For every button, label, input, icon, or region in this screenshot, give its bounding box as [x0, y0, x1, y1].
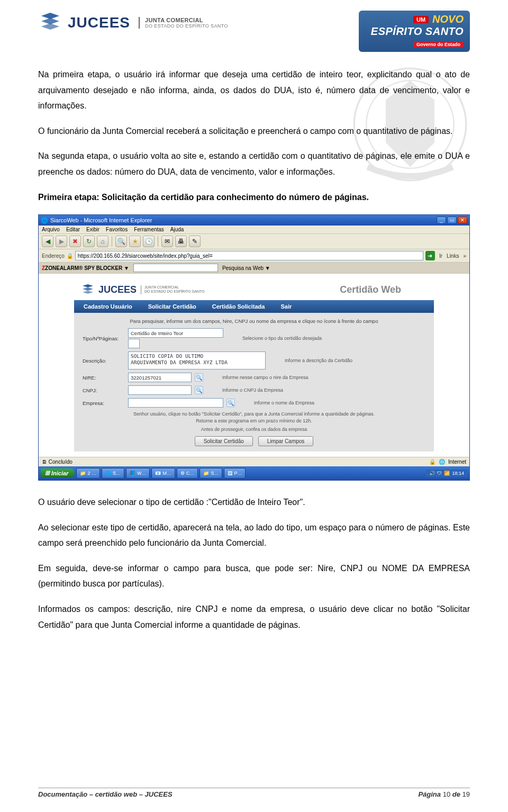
links-label[interactable]: Links [447, 253, 459, 259]
app-banner: JUCEES JUNTA COMERCIAL DO ESTADO DO ESPÍ… [74, 279, 434, 300]
row-descricao: Descrição: SOLICITO COPIA DO ULTIMO ARQU… [83, 351, 425, 369]
window-title: SiarcoWeb - Microsoft Internet Explorer [50, 217, 152, 223]
help-descricao: Informe a descrição da Certidão [285, 358, 352, 363]
task-item[interactable]: 🌐S… [102, 468, 124, 479]
jucees-mini-icon [80, 282, 95, 297]
button-solicitar-certidao[interactable]: Solicitar Certidão [195, 436, 253, 446]
label-nire: NIRE: [83, 375, 125, 381]
document-body-continued: O usuário deve selecionar o tipo de cert… [38, 494, 470, 633]
form-hint: Para pesquisar, informe um dos campos, N… [83, 318, 425, 324]
paragraph-2: O funcionário da Junta Comercial receber… [38, 123, 470, 139]
footer-page-number: Página 10 de 19 [418, 790, 470, 798]
address-bar: Endereço 🔒 https://200.165.60.29/siarcow… [39, 249, 469, 263]
menu-favoritos[interactable]: Favoritos [106, 227, 128, 232]
textarea-descricao[interactable]: SOLICITO COPIA DO ULTIMO ARQUIVAMENTO DA… [128, 351, 266, 369]
zonealarm-search-input[interactable] [133, 264, 218, 272]
task-item[interactable]: 📁2 … [76, 468, 100, 479]
menu-ajuda[interactable]: Ajuda [170, 227, 184, 232]
task-item[interactable]: 📁S… [199, 468, 222, 479]
jucees-subtitle: JUNTA COMERCIAL DO ESTADO DO ESPÍRITO SA… [139, 17, 228, 29]
address-input[interactable]: https://200.165.60.29/siarcoweb/site/ind… [75, 251, 423, 260]
home-button[interactable]: ⌂ [97, 236, 108, 247]
status-zone: Internet [448, 459, 466, 465]
back-button[interactable]: ◀ [42, 236, 53, 247]
lock-icon: 🔒 [67, 253, 73, 259]
help-empresa: Informe o nome da Empresa [254, 400, 314, 405]
footer-left: Documentação – certidão web – JUCEES [38, 790, 173, 798]
clock: 18:14 [452, 471, 464, 476]
paragraph-3: Na segunda etapa, o usuário volta ao sit… [38, 148, 470, 179]
app-subtitle: JUNTA COMERCIAL DO ESTADO DO ESPÍRITO SA… [141, 285, 205, 294]
windows-taskbar: ⊞ Iniciar 📁2 … 🌐S… 📘W… 📧M… ⚙C… 📁S… 🖼P… 🔊… [39, 466, 469, 480]
help-cnpj: Informe o CNPJ da Empresa [222, 387, 283, 393]
input-num-paginas[interactable] [128, 339, 140, 348]
espirito-santo-badge: UM NOVO ESPÍRITO SANTO Governo do Estado [359, 11, 470, 52]
paragraph-1: Na primeira etapa, o usuário irá informa… [38, 67, 470, 114]
windows-icon: ⊞ [45, 470, 50, 476]
search-nire-icon[interactable]: 🔍 [195, 373, 203, 382]
tray-icon: 🔊 [429, 471, 435, 476]
input-empresa[interactable] [128, 398, 223, 408]
menu-arquivo[interactable]: Arquivo [42, 227, 60, 232]
row-nire: NIRE: 32201257021 🔍 Informe nesse campo … [83, 373, 425, 382]
edit-button[interactable]: ✎ [189, 236, 201, 247]
zonealarm-bar: ZZONEALARM® SPY BLOCKER ▼ Pesquisa na We… [39, 263, 469, 274]
print-button[interactable]: 🖶 [175, 236, 187, 247]
jucees-logo-block: JUCEES JUNTA COMERCIAL DO ESTADO DO ESPÍ… [38, 11, 228, 35]
input-nire[interactable]: 32201257021 [128, 373, 192, 382]
maximize-button[interactable]: ▭ [447, 216, 457, 224]
tray-icon: 📶 [444, 471, 450, 476]
select-tipo-certidao[interactable]: Certidão de Inteiro Teor [128, 328, 223, 338]
nav-tabs: Cadastro Usuário Solicitar Certidão Cert… [74, 300, 434, 313]
address-label: Endereço [42, 253, 65, 259]
label-cnpj: CNPJ: [83, 387, 125, 393]
row-empresa: Empresa: 🔍 Informe o nome da Empresa [83, 398, 425, 408]
toolbar: ◀ ▶ ✖ ↻ ⌂ 🔍 ★ 🕓 ✉ 🖶 ✎ [39, 234, 469, 249]
page-footer: Documentação – certidão web – JUCEES Pág… [38, 788, 470, 798]
mail-button[interactable]: ✉ [161, 236, 173, 247]
search-cnpj-icon[interactable]: 🔍 [195, 386, 203, 394]
app-name: JUCEES [98, 284, 137, 295]
tab-solicitada[interactable]: Certidão Solicitada [212, 303, 265, 310]
menu-exibir[interactable]: Exibir [86, 227, 99, 232]
zonealarm-search-label[interactable]: Pesquisa na Web ▼ [222, 265, 270, 271]
links-chevron-icon[interactable]: » [463, 253, 466, 259]
done-icon: 🗎 [42, 459, 47, 465]
tab-solicitar[interactable]: Solicitar Certidão [148, 303, 196, 310]
history-button[interactable]: 🕓 [143, 236, 155, 247]
forward-button[interactable]: ▶ [56, 236, 67, 247]
tab-cadastro[interactable]: Cadastro Usuário [84, 303, 132, 310]
task-item[interactable]: 📘W… [126, 468, 150, 479]
system-tray[interactable]: 🔊 🛡 📶 18:14 [426, 470, 467, 477]
app-page-title: Certidão Web [340, 284, 428, 295]
search-button[interactable]: 🔍 [115, 236, 127, 247]
jucees-cube-icon [38, 11, 62, 35]
stop-button[interactable]: ✖ [69, 236, 81, 247]
start-button[interactable]: ⊞ Iniciar [41, 468, 75, 477]
tab-sair[interactable]: Sair [280, 303, 292, 310]
go-button[interactable]: ➜ [425, 251, 435, 260]
refresh-button[interactable]: ↻ [83, 236, 95, 247]
label-tipo: Tipo/NºPáginas: [83, 336, 125, 341]
form-area: Para pesquisar, informe um dos campos, N… [74, 313, 434, 452]
close-button[interactable]: ✕ [458, 216, 467, 224]
task-item[interactable]: ⚙C… [177, 468, 198, 479]
paragraph-7: Em seguida, deve-se informar o campo par… [38, 561, 470, 592]
search-empresa-icon[interactable]: 🔍 [226, 399, 235, 407]
minimize-button[interactable]: _ [437, 216, 446, 224]
jucees-name: JUCEES [68, 15, 130, 30]
menu-ferramentas[interactable]: Ferramentas [134, 227, 164, 232]
form-footer-text-1: Senhor usuário, clique no botão "Solicit… [83, 411, 425, 424]
favorites-button[interactable]: ★ [129, 236, 141, 247]
button-limpar-campos[interactable]: Limpar Campos [258, 436, 314, 446]
ie-icon: 🌐 [41, 217, 48, 224]
paragraph-5: O usuário deve selecionar o tipo de cert… [38, 494, 470, 510]
menu-editar[interactable]: Editar [66, 227, 80, 232]
task-item[interactable]: 🖼P… [224, 468, 246, 479]
label-descricao: Descrição: [83, 358, 125, 364]
document-body: Na primeira etapa, o usuário irá informa… [38, 67, 470, 205]
paragraph-8: Informados os campos: descrição, nire CN… [38, 601, 470, 633]
lock-status-icon: 🔒 [429, 459, 436, 465]
task-item[interactable]: 📧M… [151, 468, 175, 479]
input-cnpj[interactable] [128, 385, 192, 395]
